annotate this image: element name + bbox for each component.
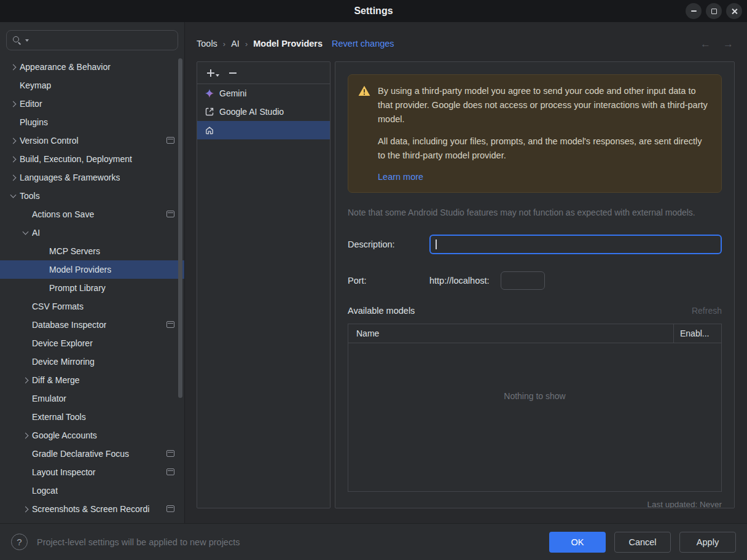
sidebar-item-label: Layout Inspector bbox=[32, 467, 96, 477]
sidebar-item-label: Appearance & Behavior bbox=[20, 62, 111, 72]
chevron-icon bbox=[18, 507, 32, 511]
per-project-settings-icon bbox=[166, 137, 174, 144]
per-project-settings-icon bbox=[166, 469, 174, 475]
port-label: Port: bbox=[348, 276, 429, 286]
breadcrumb: Tools › AI › Model Providers Revert chan… bbox=[185, 22, 747, 61]
column-header-name[interactable]: Name bbox=[348, 324, 673, 343]
chevron-icon bbox=[18, 434, 32, 438]
breadcrumb-ai[interactable]: AI bbox=[231, 39, 240, 49]
sidebar-item[interactable]: Build, Execution, Deployment bbox=[0, 150, 184, 168]
sidebar-item-label: Logcat bbox=[32, 486, 58, 496]
third-party-warning-banner: By using a third-party model you agree t… bbox=[348, 74, 722, 193]
sidebar-item[interactable]: Device Explorer bbox=[0, 334, 184, 352]
warning-paragraph-2: All data, including your files, prompts,… bbox=[378, 134, 711, 163]
sidebar-item[interactable]: Prompt Library bbox=[0, 279, 184, 297]
search-box[interactable] bbox=[6, 30, 178, 50]
sidebar-scrollbar[interactable] bbox=[178, 58, 182, 398]
available-models-label: Available models bbox=[348, 306, 415, 316]
sidebar-item[interactable]: Tools bbox=[0, 187, 184, 205]
sidebar-item[interactable]: Actions on Save bbox=[0, 205, 184, 224]
refresh-button[interactable]: Refresh bbox=[692, 306, 722, 316]
breadcrumb-separator: › bbox=[223, 39, 225, 49]
sidebar-item-label: Build, Execution, Deployment bbox=[20, 154, 132, 164]
sidebar-item-label: Emulator bbox=[32, 394, 66, 403]
providers-toolbar bbox=[197, 62, 330, 84]
providers-panel: Gemini Google AI Studio bbox=[197, 61, 330, 508]
sidebar-item[interactable]: CSV Formats bbox=[0, 297, 184, 316]
provider-label: Gemini bbox=[219, 88, 246, 98]
sidebar-item-label: Keymap bbox=[20, 80, 51, 90]
sidebar-item[interactable]: Version Control bbox=[0, 131, 184, 150]
available-models-header: Available models Refresh bbox=[348, 306, 722, 316]
search-input[interactable] bbox=[34, 36, 171, 45]
sidebar-item-label: Editor bbox=[20, 99, 42, 109]
sidebar-item[interactable]: Layout Inspector bbox=[0, 463, 184, 481]
settings-content: Tools › AI › Model Providers Revert chan… bbox=[185, 22, 747, 523]
close-button[interactable] bbox=[726, 3, 742, 19]
sidebar-item[interactable]: AI bbox=[0, 224, 184, 242]
apply-button[interactable]: Apply bbox=[679, 532, 736, 553]
sidebar-item[interactable]: External Tools bbox=[0, 408, 184, 426]
per-project-settings-icon bbox=[166, 321, 174, 328]
settings-window: Settings Appearance & Behavior bbox=[0, 0, 747, 560]
provider-item-gemini[interactable]: Gemini bbox=[197, 84, 330, 103]
breadcrumb-tools[interactable]: Tools bbox=[197, 39, 217, 49]
ok-button[interactable]: OK bbox=[549, 532, 606, 553]
sidebar-item[interactable]: Plugins bbox=[0, 113, 184, 131]
external-models-note: Note that some Android Studio features m… bbox=[348, 208, 722, 217]
sidebar-item[interactable]: Google Accounts bbox=[0, 426, 184, 445]
back-arrow-icon[interactable]: ← bbox=[700, 39, 711, 49]
cancel-button[interactable]: Cancel bbox=[614, 532, 671, 553]
sidebar-item[interactable]: Editor bbox=[0, 95, 184, 113]
sidebar-item[interactable]: Appearance & Behavior bbox=[0, 58, 184, 76]
sidebar-item[interactable]: Languages & Frameworks bbox=[0, 168, 184, 187]
localhost-prefix: http://localhost: bbox=[429, 276, 490, 286]
sidebar-item[interactable]: Model Providers bbox=[0, 260, 184, 279]
minimize-button[interactable] bbox=[686, 3, 702, 19]
sidebar-item-label: MCP Servers bbox=[49, 246, 100, 256]
text-cursor bbox=[436, 239, 437, 249]
sidebar-item-label: Version Control bbox=[20, 136, 79, 146]
titlebar: Settings bbox=[0, 0, 747, 22]
forward-arrow-icon[interactable]: → bbox=[723, 39, 733, 49]
column-header-enabled[interactable]: Enabl... bbox=[673, 324, 721, 343]
learn-more-link[interactable]: Learn more bbox=[378, 170, 711, 184]
chevron-icon bbox=[6, 139, 20, 143]
chevron-icon bbox=[6, 102, 20, 106]
sidebar-item-label: AI bbox=[32, 228, 40, 238]
provider-item-new[interactable] bbox=[197, 121, 330, 139]
chevron-down-icon bbox=[216, 74, 219, 79]
chevron-icon bbox=[6, 195, 20, 197]
add-provider-button[interactable] bbox=[206, 68, 216, 78]
sidebar-item-label: Model Providers bbox=[49, 265, 111, 274]
sidebar-item[interactable]: Screenshots & Screen Recordi bbox=[0, 500, 184, 518]
sidebar-item-label: Google Accounts bbox=[32, 430, 97, 440]
question-mark-icon: ? bbox=[17, 537, 22, 547]
sidebar-item-label: Plugins bbox=[20, 117, 48, 127]
sidebar-item-label: Screenshots & Screen Recordi bbox=[32, 504, 149, 514]
footer-note: Project-level settings will be applied t… bbox=[37, 537, 240, 547]
revert-changes-link[interactable]: Revert changes bbox=[332, 39, 394, 49]
home-icon bbox=[205, 125, 214, 135]
provider-item-ai-studio[interactable]: Google AI Studio bbox=[197, 103, 330, 121]
sidebar-item-label: Device Mirroring bbox=[32, 357, 95, 367]
breadcrumb-current: Model Providers bbox=[253, 39, 323, 49]
remove-provider-button[interactable] bbox=[228, 68, 238, 78]
maximize-button[interactable] bbox=[706, 3, 722, 19]
sidebar-item[interactable]: Diff & Merge bbox=[0, 371, 184, 389]
per-project-settings-icon bbox=[166, 450, 174, 457]
port-field[interactable] bbox=[501, 271, 545, 290]
sidebar-item[interactable]: Gradle Declarative Focus bbox=[0, 445, 184, 463]
models-table: Name Enabl... Nothing to show bbox=[348, 324, 722, 492]
sidebar-item[interactable]: Emulator bbox=[0, 389, 184, 408]
sidebar-item-label: Device Explorer bbox=[32, 338, 93, 348]
sidebar-item[interactable]: MCP Servers bbox=[0, 242, 184, 260]
chevron-icon bbox=[18, 378, 32, 383]
settings-tree: Appearance & Behavior Keymap Editor bbox=[0, 58, 184, 518]
sidebar-item[interactable]: Keymap bbox=[0, 76, 184, 95]
sidebar-item[interactable]: Logcat bbox=[0, 481, 184, 500]
description-field[interactable] bbox=[429, 235, 722, 254]
sidebar-item[interactable]: Device Mirroring bbox=[0, 352, 184, 371]
sidebar-item[interactable]: Database Inspector bbox=[0, 316, 184, 334]
help-button[interactable]: ? bbox=[11, 534, 28, 550]
